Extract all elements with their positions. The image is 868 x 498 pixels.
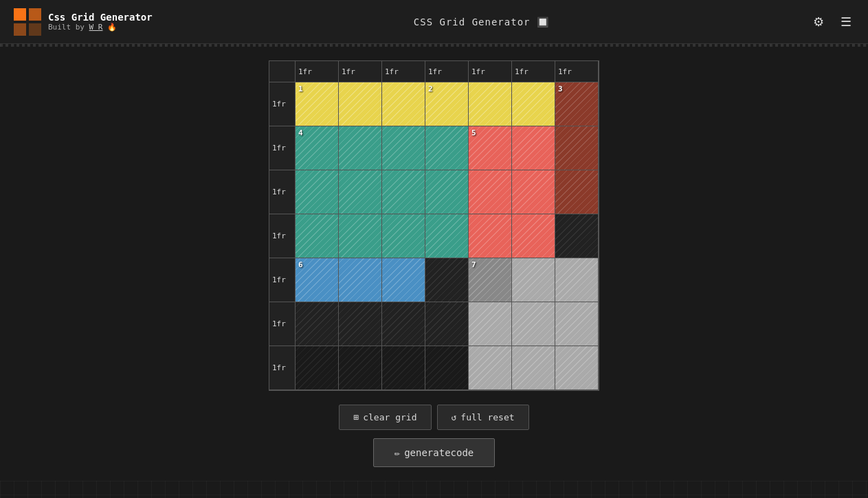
- grid-cell[interactable]: 1: [296, 82, 339, 126]
- header-right: ⚙ ☰: [810, 12, 854, 32]
- grid-cell[interactable]: [339, 126, 382, 170]
- row-header-5: 1fr: [269, 258, 296, 302]
- grid-cell[interactable]: [512, 170, 555, 214]
- col-header-6: 1fr: [512, 61, 555, 82]
- grid-cell[interactable]: [296, 302, 339, 346]
- svg-rect-0: [14, 8, 26, 21]
- grid-cell[interactable]: [425, 126, 469, 170]
- grid-cell[interactable]: [555, 346, 599, 389]
- row-header-2: 1fr: [269, 126, 296, 170]
- app-name: Css Grid Generator: [48, 12, 153, 23]
- grid-cell[interactable]: [555, 214, 599, 258]
- app-header: Css Grid Generator Built by W R 🔥 CSS Gr…: [0, 0, 868, 44]
- buttons-row-1: ⊞ clear grid ↺ full reset: [339, 405, 528, 430]
- col-headers-row: 1fr 1fr 1fr 1fr 1fr 1fr 1fr: [269, 61, 599, 82]
- grid-cell[interactable]: [512, 82, 555, 126]
- generate-code-button[interactable]: ✏ generatecode: [373, 438, 496, 467]
- main-content: 1fr 1fr 1fr 1fr 1fr 1fr 1fr 1fr 1 2: [0, 47, 868, 481]
- grid-cell[interactable]: [512, 126, 555, 170]
- grid-cell[interactable]: [339, 214, 382, 258]
- grid-cell[interactable]: [425, 170, 469, 214]
- app-logo: [14, 8, 41, 36]
- grid-cell[interactable]: [469, 346, 512, 389]
- css-grid-area: 1fr 1fr 1fr 1fr 1fr 1fr 1fr 1fr 1 2: [269, 60, 599, 391]
- grid-cell[interactable]: [382, 214, 425, 258]
- row-header-1: 1fr: [269, 82, 296, 126]
- row-header-3: 1fr: [269, 170, 296, 214]
- grid-row-1: 1fr 1 2 3: [269, 82, 599, 126]
- header-title: CSS Grid Generator 🔲: [414, 16, 549, 27]
- clear-grid-button[interactable]: ⊞ clear grid: [339, 405, 431, 430]
- grid-cell[interactable]: [555, 170, 599, 214]
- grid-cell[interactable]: 4: [296, 126, 339, 170]
- grid-cell[interactable]: 5: [469, 126, 512, 170]
- grid-cell[interactable]: [469, 214, 512, 258]
- grid-cell[interactable]: [425, 302, 469, 346]
- svg-rect-3: [29, 23, 41, 36]
- grid-cell[interactable]: [296, 346, 339, 389]
- grid-cell[interactable]: [382, 170, 425, 214]
- grid-cell[interactable]: 6: [296, 258, 339, 302]
- full-reset-icon: ↺: [452, 412, 457, 422]
- grid-cell[interactable]: [512, 258, 555, 302]
- grid-rows: 1fr 1 2 3 1fr 4 5: [269, 82, 599, 390]
- grid-cell[interactable]: [382, 82, 425, 126]
- full-reset-button[interactable]: ↺ full reset: [437, 405, 529, 430]
- col-header-7: 1fr: [555, 61, 599, 82]
- grid-cell[interactable]: [296, 214, 339, 258]
- grid-row-7: 1fr: [269, 346, 599, 390]
- grid-cell[interactable]: [339, 82, 382, 126]
- svg-rect-2: [14, 23, 26, 36]
- grid-cell[interactable]: [469, 170, 512, 214]
- grid-cell[interactable]: [382, 302, 425, 346]
- corner-empty: [269, 61, 296, 82]
- grid-cell[interactable]: 2: [425, 82, 469, 126]
- grid-cell[interactable]: [425, 214, 469, 258]
- buttons-area: ⊞ clear grid ↺ full reset ✏ generatecode: [339, 405, 528, 467]
- clear-grid-label: clear grid: [363, 412, 416, 422]
- grid-cell[interactable]: [425, 346, 469, 389]
- grid-cell[interactable]: 3: [555, 82, 599, 126]
- col-header-5: 1fr: [469, 61, 512, 82]
- col-header-2: 1fr: [339, 61, 382, 82]
- grid-cell[interactable]: [339, 302, 382, 346]
- settings-button[interactable]: ⚙: [810, 12, 827, 32]
- col-header-1: 1fr: [296, 61, 339, 82]
- app-title-block: Css Grid Generator Built by W R 🔥: [48, 12, 153, 32]
- grid-cell[interactable]: [512, 346, 555, 389]
- grid-cell[interactable]: [555, 302, 599, 346]
- grid-cell[interactable]: [555, 126, 599, 170]
- grid-cell[interactable]: [469, 82, 512, 126]
- menu-button[interactable]: ☰: [838, 12, 854, 32]
- full-reset-label: full reset: [460, 412, 514, 422]
- grid-row-3: 1fr: [269, 170, 599, 214]
- grid-row-5: 1fr 6 7: [269, 258, 599, 302]
- grid-cell[interactable]: [425, 258, 469, 302]
- row-header-4: 1fr: [269, 214, 296, 258]
- grid-cell[interactable]: [339, 258, 382, 302]
- col-header-3: 1fr: [382, 61, 425, 82]
- grid-wrapper: 1fr 1fr 1fr 1fr 1fr 1fr 1fr 1fr 1 2: [269, 60, 599, 467]
- grid-cell[interactable]: [382, 126, 425, 170]
- buttons-row-2: ✏ generatecode: [373, 438, 496, 467]
- author-link[interactable]: W R: [89, 23, 103, 32]
- generate-icon: ✏: [394, 447, 400, 458]
- grid-cell[interactable]: [339, 170, 382, 214]
- menu-icon: ☰: [841, 15, 852, 29]
- row-header-7: 1fr: [269, 346, 296, 389]
- grid-cell[interactable]: [339, 346, 382, 389]
- grid-row-4: 1fr: [269, 214, 599, 258]
- grid-cell[interactable]: [512, 214, 555, 258]
- clear-grid-icon: ⊞: [353, 412, 359, 422]
- grid-cell[interactable]: [296, 170, 339, 214]
- col-header-4: 1fr: [425, 61, 469, 82]
- settings-icon: ⚙: [813, 15, 824, 29]
- grid-cell[interactable]: 7: [469, 258, 512, 302]
- header-left: Css Grid Generator Built by W R 🔥: [14, 8, 153, 36]
- grid-cell[interactable]: [555, 258, 599, 302]
- grid-cell[interactable]: [469, 302, 512, 346]
- grid-cell[interactable]: [382, 346, 425, 389]
- grid-cell[interactable]: [512, 302, 555, 346]
- grid-row-2: 1fr 4 5: [269, 126, 599, 170]
- grid-cell[interactable]: [382, 258, 425, 302]
